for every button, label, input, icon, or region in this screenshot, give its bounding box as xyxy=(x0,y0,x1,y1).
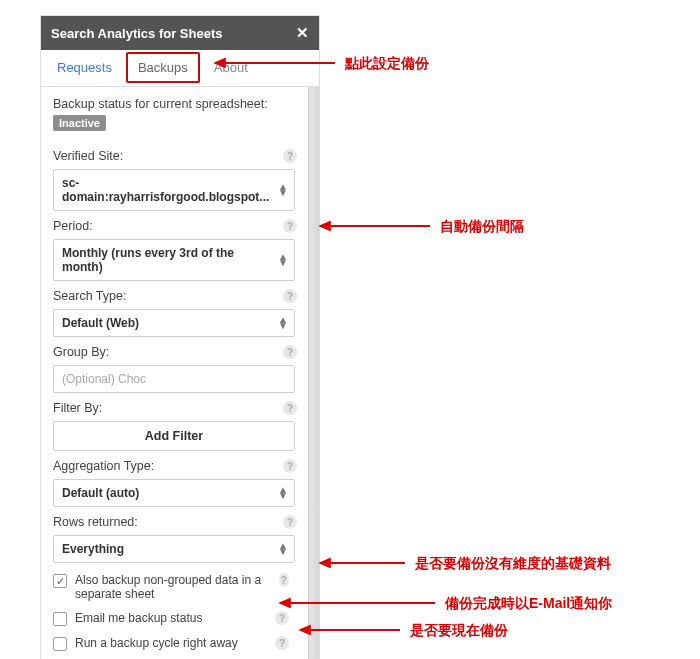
titlebar: Search Analytics for Sheets ✕ xyxy=(41,16,319,50)
verified-site-label: Verified Site: ? xyxy=(53,149,307,163)
backup-status-label: Backup status for current spreadsheet: xyxy=(53,97,307,111)
sidebar-panel: Search Analytics for Sheets ✕ Requests B… xyxy=(40,15,320,659)
status-badge: Inactive xyxy=(53,115,106,131)
group-by-label: Group By: ? xyxy=(53,345,307,359)
help-icon[interactable]: ? xyxy=(275,636,289,650)
period-label: Period: ? xyxy=(53,219,307,233)
updown-icon: ▲▼ xyxy=(278,487,288,499)
search-type-select[interactable]: Default (Web) ▲▼ xyxy=(53,309,295,337)
updown-icon: ▲▼ xyxy=(278,317,288,329)
aggregation-label: Aggregation Type: ? xyxy=(53,459,307,473)
updown-icon: ▲▼ xyxy=(278,184,288,196)
help-icon[interactable]: ? xyxy=(283,515,297,529)
checkbox-row-nongrouped[interactable]: Also backup non-grouped data in a separa… xyxy=(53,573,307,601)
checkbox-row-runnow[interactable]: Run a backup cycle right away ? xyxy=(53,636,307,651)
rows-label: Rows returned: ? xyxy=(53,515,307,529)
help-icon[interactable]: ? xyxy=(283,459,297,473)
annotation-text: 自動備份間隔 xyxy=(440,218,524,236)
help-icon[interactable]: ? xyxy=(283,345,297,359)
annotation-text: 點此設定備份 xyxy=(345,55,429,73)
updown-icon: ▲▼ xyxy=(278,543,288,555)
help-icon[interactable]: ? xyxy=(279,573,289,587)
tab-about[interactable]: About xyxy=(202,50,260,86)
help-icon[interactable]: ? xyxy=(283,149,297,163)
verified-site-select[interactable]: sc-domain:rayharrisforgood.blogspot... ▲… xyxy=(53,169,295,211)
help-icon[interactable]: ? xyxy=(283,289,297,303)
tab-backups[interactable]: Backups xyxy=(126,52,200,83)
tabs: Requests Backups About xyxy=(41,50,319,87)
period-select[interactable]: Monthly (runs every 3rd of the month) ▲▼ xyxy=(53,239,295,281)
updown-icon: ▲▼ xyxy=(278,254,288,266)
checkbox-icon[interactable] xyxy=(53,612,67,626)
search-type-label: Search Type: ? xyxy=(53,289,307,303)
panel-body: Backup status for current spreadsheet: I… xyxy=(41,87,319,659)
help-icon[interactable]: ? xyxy=(283,401,297,415)
annotation-text: 是否要備份沒有維度的基礎資料 xyxy=(415,555,611,573)
aggregation-select[interactable]: Default (auto) ▲▼ xyxy=(53,479,295,507)
rows-select[interactable]: Everything ▲▼ xyxy=(53,535,295,563)
filter-by-label: Filter By: ? xyxy=(53,401,307,415)
checkbox-icon[interactable] xyxy=(53,574,67,588)
tab-requests[interactable]: Requests xyxy=(45,50,124,86)
checkbox-icon[interactable] xyxy=(53,637,67,651)
group-by-input[interactable]: (Optional) Choc xyxy=(53,365,295,393)
annotation-text: 是否要現在備份 xyxy=(410,622,508,640)
panel-title: Search Analytics for Sheets xyxy=(51,26,222,41)
help-icon[interactable]: ? xyxy=(275,611,289,625)
checkbox-row-email[interactable]: Email me backup status ? xyxy=(53,611,307,626)
add-filter-button[interactable]: Add Filter xyxy=(53,421,295,451)
help-icon[interactable]: ? xyxy=(283,219,297,233)
annotation-text: 備份完成時以E-Mail通知你 xyxy=(445,595,612,613)
close-icon[interactable]: ✕ xyxy=(296,24,309,42)
